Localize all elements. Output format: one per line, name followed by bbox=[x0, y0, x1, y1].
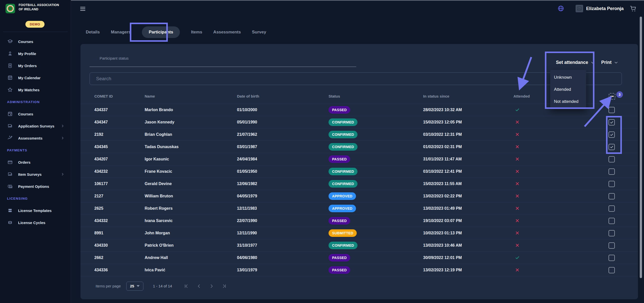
cell-name: Igor Kasunic bbox=[140, 157, 232, 161]
row-checkbox-cell bbox=[592, 181, 629, 187]
cell-dob: 13/01/1979 bbox=[232, 268, 324, 272]
cell-comet-id: 434232 bbox=[90, 169, 140, 174]
items-per-page-select[interactable]: 25 bbox=[126, 282, 143, 291]
person-icon bbox=[7, 51, 13, 56]
table-row: 2192 Brian Coghlan 21/07/1962 CONFIRMED … bbox=[80, 128, 638, 141]
cell-name: Andrew Hall bbox=[140, 255, 232, 260]
sidebar-item-label: Orders bbox=[18, 160, 30, 164]
row-checkbox[interactable] bbox=[609, 230, 615, 236]
cell-status: APPROVED bbox=[324, 192, 418, 200]
cell-name: Ivana Sarcevic bbox=[140, 219, 232, 223]
items-per-page-value: 25 bbox=[130, 284, 134, 288]
cell-name: William Bruton bbox=[140, 194, 232, 198]
not-attended-cross-icon bbox=[509, 218, 520, 223]
status-badge: APPROVED bbox=[329, 192, 356, 200]
next-page-button[interactable] bbox=[209, 283, 214, 289]
participant-status-input[interactable] bbox=[90, 59, 356, 67]
row-checkbox[interactable] bbox=[609, 181, 615, 187]
sidebar-item-license-templates[interactable]: License Templates bbox=[0, 204, 71, 217]
search-input[interactable] bbox=[90, 72, 622, 85]
sidebar-item-my-profile[interactable]: My Profile bbox=[0, 48, 71, 60]
row-checkbox[interactable] bbox=[609, 107, 615, 113]
table-row: 106177 Gerald Devine 12/06/1982 CONFIRME… bbox=[80, 178, 638, 190]
last-page-button[interactable] bbox=[221, 283, 227, 289]
row-checkbox[interactable] bbox=[609, 156, 615, 162]
sidebar-divider bbox=[3, 32, 68, 32]
print-button[interactable]: Print bbox=[601, 60, 618, 65]
tab-managers[interactable]: Managers bbox=[111, 30, 131, 35]
row-checkbox[interactable] bbox=[609, 218, 615, 224]
items-per-page-label: Items per page bbox=[96, 284, 121, 288]
row-checkbox[interactable] bbox=[609, 267, 615, 273]
table-row: 434207 Igor Kasunic 24/04/1984 PASSED 31… bbox=[80, 153, 638, 165]
cell-comet-id: 434347 bbox=[90, 120, 140, 124]
tab-participants[interactable]: Participants bbox=[142, 26, 180, 38]
scrollbar-thumb[interactable] bbox=[640, 17, 642, 278]
menu-toggle-button[interactable] bbox=[79, 6, 86, 12]
row-checkbox[interactable] bbox=[609, 205, 615, 212]
sidebar-item-application-surveys[interactable]: Application Surveys bbox=[0, 120, 71, 132]
menu-item-unknown[interactable]: Unknown bbox=[550, 71, 586, 83]
row-checkbox[interactable] bbox=[609, 242, 615, 249]
cell-comet-id: 106177 bbox=[90, 182, 140, 186]
table-row: 434232 Frane Kovacic 01/05/1950 CONFIRME… bbox=[80, 165, 638, 178]
set-attendance-label: Set attendance bbox=[556, 60, 588, 65]
sidebar-item-my-matches[interactable]: My Matches bbox=[0, 84, 71, 96]
indeterminate-dash-icon bbox=[610, 96, 614, 97]
graduation-cap-icon bbox=[7, 39, 13, 44]
org-name: FOOTBALL ASSOCIATION OF IRELAND bbox=[19, 3, 64, 12]
menu-item-attended[interactable]: Attended bbox=[550, 83, 586, 96]
sidebar-item-my-calendar[interactable]: My Calendar bbox=[0, 72, 71, 84]
cell-since: 13/02/2023 12:19 PM bbox=[418, 268, 509, 272]
environment-badge: DEMO bbox=[25, 21, 45, 28]
row-checkbox[interactable] bbox=[609, 119, 615, 125]
sidebar-section-payments: PAYMENTS bbox=[0, 144, 71, 156]
not-attended-cross-icon bbox=[509, 206, 520, 211]
tab-survey[interactable]: Survey bbox=[252, 30, 266, 35]
row-checkbox[interactable] bbox=[609, 255, 615, 261]
row-checkbox[interactable] bbox=[609, 193, 615, 199]
previous-page-button[interactable] bbox=[196, 283, 202, 289]
not-attended-cross-icon bbox=[509, 231, 520, 236]
sidebar-item-my-orders[interactable]: My Orders bbox=[0, 60, 71, 72]
app-window: FOOTBALL ASSOCIATION OF IRELAND DEMO Cou… bbox=[0, 0, 644, 303]
sidebar-item-label: Item Surveys bbox=[18, 172, 42, 177]
org-logo bbox=[6, 4, 15, 13]
sidebar-item-assessments[interactable]: Assessments bbox=[0, 132, 71, 144]
sidebar-item-courses[interactable]: Courses bbox=[0, 35, 71, 48]
row-checkbox[interactable] bbox=[609, 144, 615, 150]
cell-dob: 01/10/2000 bbox=[232, 108, 324, 112]
language-globe-icon[interactable] bbox=[557, 5, 564, 12]
cart-icon[interactable] bbox=[629, 5, 637, 12]
not-attended-cross-icon bbox=[509, 181, 520, 186]
sidebar-item-label: My Profile bbox=[18, 52, 36, 56]
trend-chart-icon bbox=[7, 135, 13, 141]
row-checkbox[interactable] bbox=[609, 168, 615, 175]
not-attended-cross-icon bbox=[509, 144, 520, 149]
first-page-button[interactable] bbox=[184, 283, 189, 289]
cell-name: Frane Kovacic bbox=[140, 169, 232, 174]
chevron-down-icon bbox=[614, 60, 618, 65]
menu-item-not-attended[interactable]: Not attended bbox=[550, 96, 586, 108]
status-badge: APPROVED bbox=[329, 205, 356, 212]
row-checkbox[interactable] bbox=[609, 132, 615, 138]
status-badge: CONFIRMED bbox=[329, 131, 357, 138]
sidebar-item-payment-options[interactable]: Payment Options bbox=[0, 180, 71, 192]
sidebar-section-licensing: LICENSING bbox=[0, 192, 71, 204]
tab-details[interactable]: Details bbox=[86, 30, 100, 35]
cell-dob: 21/07/1962 bbox=[232, 132, 324, 137]
chevron-down-icon[interactable] bbox=[618, 7, 622, 11]
sidebar-item-courses[interactable]: Courses bbox=[0, 108, 71, 120]
sidebar-item-license-cycles[interactable]: License Cycles bbox=[0, 217, 71, 229]
tab-items[interactable]: Items bbox=[191, 30, 202, 35]
select-all-checkbox[interactable] bbox=[609, 93, 615, 100]
row-checkbox-cell bbox=[592, 218, 629, 224]
status-badge: SUBMITTED bbox=[329, 229, 357, 237]
sidebar-item-orders[interactable]: Orders bbox=[0, 156, 71, 168]
star-icon bbox=[7, 87, 13, 93]
tab-assessments[interactable]: Assessments bbox=[213, 30, 241, 35]
sidebar-item-item-surveys[interactable]: Item Surveys bbox=[0, 168, 71, 180]
set-attendance-button[interactable]: Set attendance bbox=[556, 60, 595, 65]
cell-status: CONFIRMED bbox=[324, 180, 418, 188]
crest-icon bbox=[7, 5, 14, 12]
